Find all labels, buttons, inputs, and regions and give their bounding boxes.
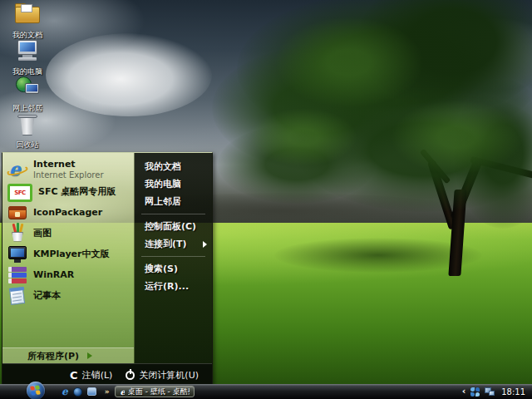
my-computer-icon xyxy=(15,40,40,62)
all-programs-arrow-icon xyxy=(87,352,92,359)
start-menu-right-panel: 我的文档 我的电脑 网上邻居 控制面板(C) 连接到(T) 搜索(S) 运行(R… xyxy=(135,153,212,363)
winrar-icon xyxy=(7,265,27,285)
iconpackager-icon xyxy=(7,203,27,223)
network-tray-icon[interactable] xyxy=(485,387,495,396)
start-menu: e InternetInternet Explorer SFC SFC 桌酷网专… xyxy=(2,152,213,385)
all-programs-button[interactable]: 所有程序(P) xyxy=(2,347,134,363)
task-button-desktop-wallpaper[interactable]: e 桌面 - 壁纸 - 桌酷壁... xyxy=(115,386,195,397)
sfc-icon: SFC xyxy=(7,184,32,202)
desktop-screen: 我的文档 我的电脑 网上邻居 回收站 e InternetInternet Ex… xyxy=(0,0,532,399)
network-places-icon xyxy=(15,76,40,98)
pinwheel-tray-icon[interactable] xyxy=(470,387,480,397)
menu-item-kmplayer[interactable]: KMPlayer中文版 xyxy=(2,244,134,264)
tray-collapse-chevron[interactable]: ‹ xyxy=(462,387,466,396)
menu-item-run[interactable]: 运行(R)... xyxy=(135,278,212,295)
menu-item-internet[interactable]: e InternetInternet Explorer xyxy=(2,157,134,181)
menu-item-control-panel[interactable]: 控制面板(C) xyxy=(135,218,212,235)
menu-item-notepad[interactable]: 记事本 xyxy=(2,285,134,306)
desktop-icon-label: 回收站 xyxy=(3,140,52,150)
menu-item-my-documents[interactable]: 我的文档 xyxy=(135,158,212,175)
submenu-arrow-icon xyxy=(203,241,207,248)
desktop-icon-list: 我的文档 我的电脑 网上邻居 回收站 xyxy=(3,2,52,148)
logoff-icon: C xyxy=(70,370,78,381)
internet-explorer-icon: e xyxy=(7,160,27,180)
menu-separator xyxy=(141,214,205,214)
quick-launch-bar: e » xyxy=(62,386,108,397)
menu-item-network-places[interactable]: 网上邻居 xyxy=(135,193,212,210)
menu-item-sfc[interactable]: SFC SFC 桌酷网专用版 xyxy=(2,181,134,202)
menu-item-search[interactable]: 搜索(S) xyxy=(135,260,212,278)
desktop-icon-my-computer[interactable]: 我的电脑 xyxy=(3,38,52,75)
ie-quick-launch-icon[interactable]: e xyxy=(62,386,68,397)
menu-item-iconpackager[interactable]: IconPackager xyxy=(2,202,134,223)
taskbar: e » e 桌面 - 壁纸 - 桌酷壁... ‹ 18:11 xyxy=(0,384,532,399)
window-quick-launch-icon[interactable] xyxy=(87,387,96,396)
quick-launch-overflow-chevron[interactable]: » xyxy=(105,387,109,396)
menu-separator xyxy=(141,256,205,257)
recycle-bin-icon xyxy=(17,113,38,135)
desktop-icon-recycle-bin[interactable]: 回收站 xyxy=(3,111,52,148)
menu-item-connect-to[interactable]: 连接到(T) xyxy=(135,235,212,253)
kmplayer-icon xyxy=(7,244,27,264)
menu-item-my-computer[interactable]: 我的电脑 xyxy=(135,175,212,193)
menu-item-sublabel: Internet Explorer xyxy=(33,170,104,180)
ie-icon: e xyxy=(120,387,124,397)
shutdown-button[interactable]: 关闭计算机(U) xyxy=(126,369,199,382)
logoff-button[interactable]: C 注销(L) xyxy=(70,369,112,382)
desktop-icon-my-documents[interactable]: 我的文档 xyxy=(3,2,52,38)
my-documents-icon xyxy=(15,3,40,23)
system-tray: ‹ 18:11 xyxy=(462,387,532,397)
menu-item-paint[interactable]: 画图 xyxy=(2,223,134,244)
windows-orb-icon xyxy=(30,385,42,397)
paint-icon xyxy=(7,224,27,244)
desktop-icon-network-places[interactable]: 网上邻居 xyxy=(3,75,52,111)
taskbar-clock[interactable]: 18:11 xyxy=(501,387,527,397)
power-icon xyxy=(126,371,135,380)
start-button[interactable] xyxy=(27,382,45,399)
notepad-icon xyxy=(7,286,27,306)
start-menu-left-panel: e InternetInternet Explorer SFC SFC 桌酷网专… xyxy=(2,153,135,363)
globe-quick-launch-icon[interactable] xyxy=(73,387,82,397)
menu-item-winrar[interactable]: WinRAR xyxy=(2,264,134,285)
